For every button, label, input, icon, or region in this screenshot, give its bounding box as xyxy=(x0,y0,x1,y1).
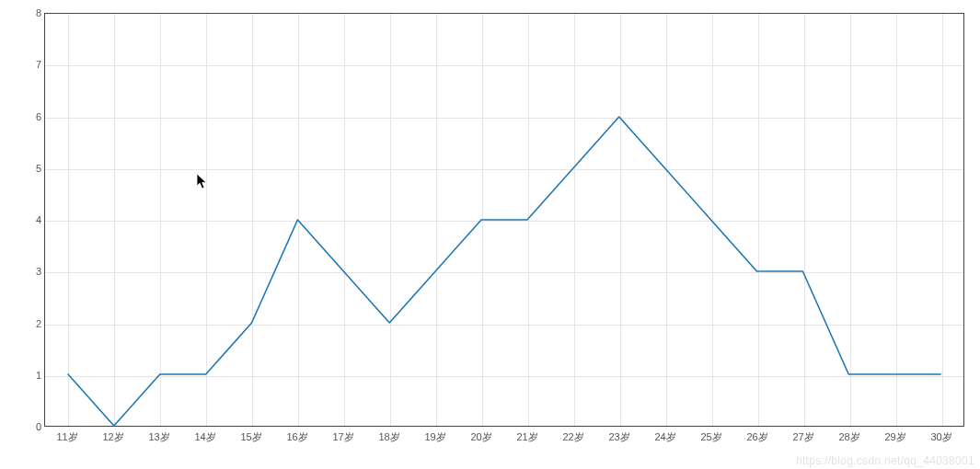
line-series-svg xyxy=(45,14,963,426)
x-tick-label: 29岁 xyxy=(884,430,905,444)
y-tick-label: 5 xyxy=(14,163,41,174)
x-tick-label: 24岁 xyxy=(654,430,675,444)
x-tick-label: 22岁 xyxy=(562,430,583,444)
watermark-text: https://blog.csdn.net/qq_44038001 xyxy=(796,454,974,467)
x-tick-label: 15岁 xyxy=(240,430,261,444)
figure: 012345678 11岁12岁13岁14岁15岁16岁17岁18岁19岁20岁… xyxy=(7,4,973,454)
x-tick-label: 13岁 xyxy=(148,430,169,444)
plot-area xyxy=(44,13,964,427)
x-tick-label: 26岁 xyxy=(746,430,767,444)
x-tick-label: 20岁 xyxy=(470,430,491,444)
x-tick-label: 28岁 xyxy=(838,430,859,444)
y-tick-label: 2 xyxy=(14,318,41,329)
x-tick-label: 14岁 xyxy=(194,430,215,444)
y-tick-label: 8 xyxy=(14,7,41,18)
y-tick-label: 0 xyxy=(14,421,41,432)
x-tick-label: 27岁 xyxy=(792,430,813,444)
x-tick-label: 23岁 xyxy=(608,430,629,444)
x-tick-label: 21岁 xyxy=(516,430,537,444)
watermark: https://blog.csdn.net/qq_44038001 xyxy=(796,454,974,467)
x-tick-label: 12岁 xyxy=(102,430,123,444)
y-tick-label: 1 xyxy=(14,370,41,381)
x-tick-label: 16岁 xyxy=(286,430,307,444)
x-tick-label: 11岁 xyxy=(56,430,77,444)
y-tick-label: 6 xyxy=(14,111,41,122)
y-tick-label: 7 xyxy=(14,59,41,70)
x-tick-label: 30岁 xyxy=(930,430,951,444)
line-series xyxy=(68,117,940,426)
x-tick-label: 17岁 xyxy=(332,430,353,444)
y-tick-label: 3 xyxy=(14,266,41,277)
x-tick-label: 18岁 xyxy=(378,430,399,444)
y-tick-label: 4 xyxy=(14,214,41,225)
x-tick-label: 19岁 xyxy=(424,430,445,444)
x-tick-label: 25岁 xyxy=(700,430,721,444)
